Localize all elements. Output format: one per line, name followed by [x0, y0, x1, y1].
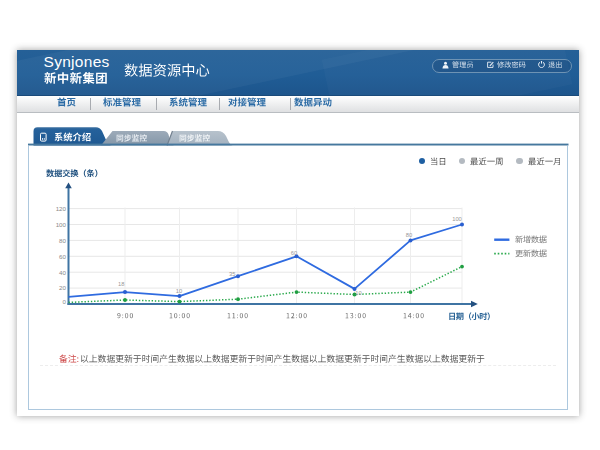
svg-text:60: 60 — [291, 250, 297, 256]
svg-text:35: 35 — [229, 271, 235, 277]
svg-text:18: 18 — [118, 281, 124, 287]
svg-text:100: 100 — [452, 216, 462, 222]
svg-text:20: 20 — [59, 284, 66, 291]
svg-text:80: 80 — [406, 232, 412, 238]
svg-text:60: 60 — [59, 253, 66, 260]
svg-text:10: 10 — [176, 288, 182, 294]
svg-text:40: 40 — [59, 269, 66, 276]
svg-text:80: 80 — [59, 237, 66, 244]
svg-text:100: 100 — [56, 221, 67, 228]
svg-text:0: 0 — [63, 298, 67, 305]
svg-text:120: 120 — [56, 205, 67, 212]
svg-text:10: 10 — [355, 290, 361, 296]
